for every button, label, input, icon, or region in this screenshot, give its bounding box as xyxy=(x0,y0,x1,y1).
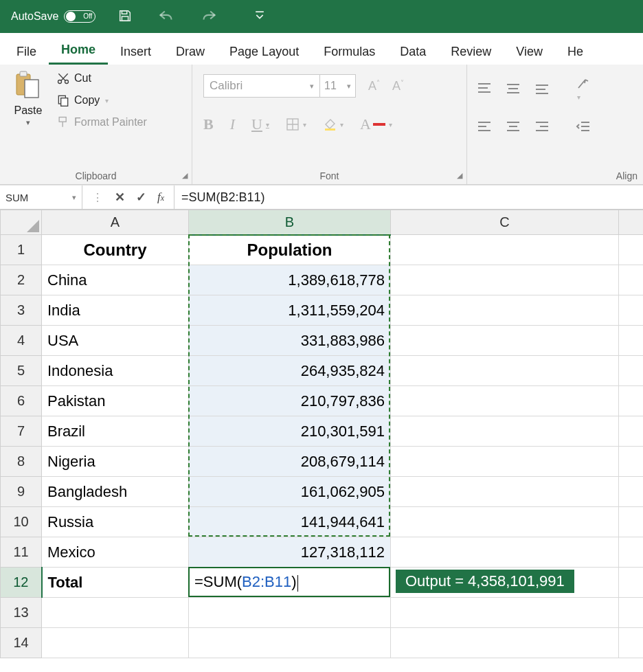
cell[interactable]: 141,944,641 xyxy=(189,507,391,537)
cell[interactable]: 210,301,591 xyxy=(189,416,391,447)
cell[interactable]: 210,797,836 xyxy=(189,386,391,416)
cell[interactable] xyxy=(391,265,619,295)
chevron-down-icon[interactable]: ▾ xyxy=(105,97,109,104)
cell[interactable]: Pakistan xyxy=(42,386,189,416)
font-size-select[interactable]: 11 ▾ xyxy=(320,74,356,98)
decrease-font-icon[interactable]: A˅ xyxy=(392,79,404,93)
tab-home[interactable]: Home xyxy=(49,36,108,65)
cell[interactable]: 127,318,112 xyxy=(189,537,391,568)
tab-formulas[interactable]: Formulas xyxy=(311,38,387,65)
cut-button[interactable]: Cut xyxy=(56,71,147,85)
cell[interactable]: Nigeria xyxy=(42,447,189,477)
italic-button[interactable]: I xyxy=(230,115,235,133)
copy-button[interactable]: Copy ▾ xyxy=(56,93,147,107)
row-header[interactable]: 12 xyxy=(1,568,42,598)
tab-file[interactable]: File xyxy=(4,38,49,65)
cell[interactable]: USA xyxy=(42,326,189,356)
row-header[interactable]: 5 xyxy=(1,356,42,386)
tab-view[interactable]: View xyxy=(504,38,555,65)
chevron-down-icon[interactable]: ▾ xyxy=(340,121,343,128)
align-right-icon[interactable] xyxy=(534,120,550,133)
row-header[interactable]: 4 xyxy=(1,326,42,356)
cell[interactable]: 331,883,986 xyxy=(189,326,391,356)
align-middle-icon[interactable] xyxy=(506,82,521,96)
tab-help[interactable]: He xyxy=(555,38,596,65)
cell[interactable]: 1,311,559,204 xyxy=(189,295,391,326)
redo-icon[interactable] xyxy=(200,8,218,25)
row-header[interactable]: 2 xyxy=(1,265,42,295)
dialog-launcher-icon[interactable]: ◢ xyxy=(457,171,462,180)
name-box[interactable]: SUM ▾ xyxy=(0,186,82,209)
cell[interactable]: Bangladesh xyxy=(42,477,189,507)
row-header[interactable]: 7 xyxy=(1,416,42,447)
chevron-down-icon[interactable]: ▾ xyxy=(389,121,392,128)
autosave-toggle[interactable]: AutoSave Off xyxy=(11,10,95,23)
column-header-a[interactable]: A xyxy=(42,210,189,235)
undo-icon[interactable] xyxy=(157,8,175,25)
chevron-down-icon[interactable]: ▾ xyxy=(347,82,351,91)
column-header-c[interactable]: C xyxy=(391,210,619,235)
formula-input[interactable]: =SUM(B2:B11) xyxy=(174,186,643,209)
align-left-icon[interactable] xyxy=(477,120,492,133)
cell[interactable]: Brazil xyxy=(42,416,189,447)
column-header-d[interactable] xyxy=(619,210,644,235)
bold-button[interactable]: B xyxy=(203,115,214,133)
cell[interactable]: India xyxy=(42,295,189,326)
cancel-formula-icon[interactable]: ✕ xyxy=(115,190,125,205)
chevron-down-icon[interactable]: ▾ xyxy=(26,118,30,127)
align-top-icon[interactable] xyxy=(477,82,492,96)
cell-d1[interactable] xyxy=(619,235,644,265)
worksheet-grid[interactable]: A B C 1 Country Population 2 China 1,389… xyxy=(0,210,643,658)
dialog-launcher-icon[interactable]: ◢ xyxy=(182,171,188,180)
save-icon[interactable] xyxy=(117,8,133,25)
align-bottom-icon[interactable] xyxy=(534,82,550,96)
cell-b1[interactable]: Population xyxy=(189,235,391,265)
cell-a12[interactable]: Total xyxy=(42,568,189,598)
tab-review[interactable]: Review xyxy=(438,38,504,65)
orientation-icon[interactable]: ▾ xyxy=(576,76,592,102)
select-all-corner[interactable] xyxy=(1,210,42,235)
cell-a1[interactable]: Country xyxy=(42,235,189,265)
cell[interactable]: Russia xyxy=(42,507,189,537)
chevron-down-icon[interactable]: ▾ xyxy=(72,193,76,202)
row-header[interactable]: 9 xyxy=(1,477,42,507)
cell[interactable]: 1,389,618,778 xyxy=(189,265,391,295)
enter-formula-icon[interactable]: ✓ xyxy=(136,190,146,205)
tab-draw[interactable]: Draw xyxy=(163,38,217,65)
cell[interactable]: China xyxy=(42,265,189,295)
cell[interactable]: 161,062,905 xyxy=(189,477,391,507)
row-header[interactable]: 10 xyxy=(1,507,42,537)
cell-c1[interactable] xyxy=(391,235,619,265)
fx-icon[interactable]: fx xyxy=(157,190,164,204)
row-header[interactable]: 6 xyxy=(1,386,42,416)
format-painter-button[interactable]: Format Painter xyxy=(56,115,147,129)
row-header[interactable]: 13 xyxy=(1,598,42,628)
borders-button[interactable]: ▾ xyxy=(286,117,306,131)
tab-insert[interactable]: Insert xyxy=(108,38,163,65)
row-header[interactable]: 3 xyxy=(1,295,42,326)
cell[interactable]: 208,679,114 xyxy=(189,447,391,477)
font-name-select[interactable]: Calibri ▾ xyxy=(203,74,320,98)
cell[interactable]: Mexico xyxy=(42,537,189,568)
increase-font-icon[interactable]: A˄ xyxy=(368,79,380,93)
tab-data[interactable]: Data xyxy=(387,38,438,65)
row-header[interactable]: 8 xyxy=(1,447,42,477)
cell-b12-editing[interactable]: =SUM(B2:B11) xyxy=(189,568,391,598)
chevron-down-icon[interactable]: ▾ xyxy=(310,82,314,91)
row-header[interactable]: 11 xyxy=(1,537,42,568)
autosave-pill[interactable]: Off xyxy=(64,10,95,23)
font-color-button[interactable]: A ▾ xyxy=(360,115,392,133)
fill-color-button[interactable]: ▾ xyxy=(323,117,343,131)
cell[interactable]: Indonesia xyxy=(42,356,189,386)
paste-button[interactable]: Paste ▾ xyxy=(7,70,49,129)
underline-button[interactable]: U▾ xyxy=(251,115,269,133)
decrease-indent-icon[interactable] xyxy=(576,120,591,133)
quick-access-more-icon[interactable] xyxy=(255,11,264,23)
column-header-b[interactable]: B xyxy=(189,210,391,235)
row-header[interactable]: 1 xyxy=(1,235,42,265)
cell[interactable]: 264,935,824 xyxy=(189,356,391,386)
chevron-down-icon[interactable]: ▾ xyxy=(303,121,306,128)
tab-page-layout[interactable]: Page Layout xyxy=(217,38,311,65)
align-center-icon[interactable] xyxy=(506,120,521,133)
chevron-down-icon[interactable]: ▾ xyxy=(266,121,269,128)
